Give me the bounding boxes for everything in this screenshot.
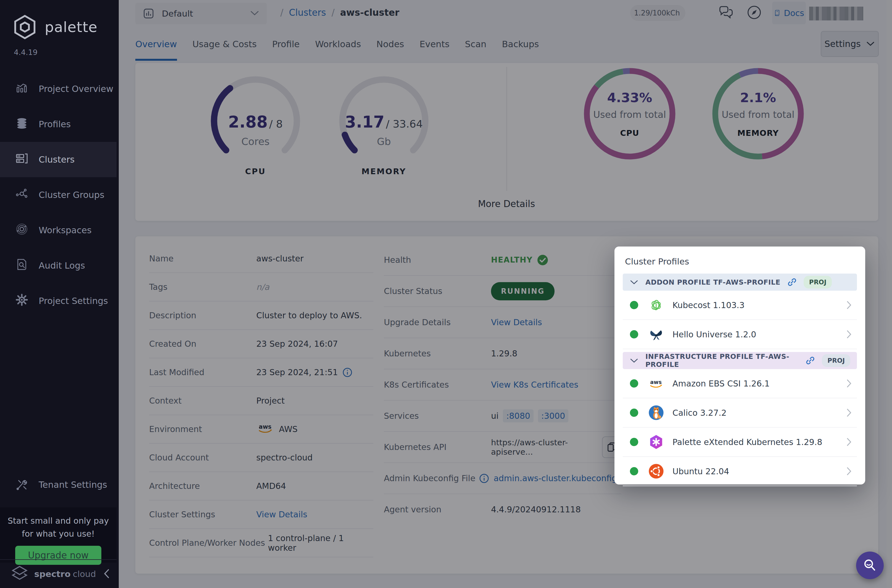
promo-line-1: Start small and only pay — [0, 514, 117, 528]
promo-line-2: for what you use! — [0, 528, 117, 540]
profile-pack-item[interactable]: Calico 3.27.2 — [623, 398, 857, 428]
pack-name: Calico 3.27.2 — [673, 408, 727, 418]
status-dot — [630, 301, 638, 309]
brand-name: palette — [45, 19, 98, 35]
sidebar-item-label: Project Overview — [39, 84, 113, 94]
pack-name: Hello Universe 1.2.0 — [673, 330, 756, 339]
chevron-right-icon — [846, 378, 852, 388]
cluster-profiles-panel: Cluster Profiles ADDON PROFILE TF-AWS-PR… — [614, 246, 865, 484]
sidebar-item-label: Tenant Settings — [39, 480, 107, 490]
ubuntu-logo-icon — [648, 463, 664, 479]
sidebar-item-label: Workspaces — [39, 225, 92, 236]
calico-logo-icon — [648, 405, 664, 421]
status-dot — [630, 438, 638, 446]
profile-pack-item[interactable]: Ubuntu 22.04 — [623, 457, 857, 486]
sidebar-item-tenant-settings[interactable]: Tenant Settings — [0, 467, 132, 502]
status-dot — [630, 409, 638, 417]
sidebar-item-label: Project Settings — [39, 296, 108, 306]
profile-section-header[interactable]: INFRASTRUCTURE PROFILE TF-AWS-PROFILE PR… — [623, 352, 857, 369]
sidebar-nav: Project OverviewProfilesClustersCluster … — [0, 71, 117, 319]
chevron-right-icon — [846, 466, 852, 476]
palette-logo-icon — [12, 14, 38, 40]
sidebar-collapse-button[interactable] — [101, 568, 112, 580]
sidebar-item-label: Cluster Groups — [39, 190, 104, 200]
footer-brand: spectrocloud — [34, 569, 96, 579]
link-icon[interactable] — [787, 277, 797, 287]
chevron-right-icon — [846, 408, 852, 418]
pack-name: Kubecost 1.103.3 — [673, 300, 745, 310]
app-version: 4.4.19 — [0, 40, 119, 57]
sidebar-item-project-settings[interactable]: Project Settings — [0, 283, 117, 319]
link-icon[interactable] — [805, 356, 815, 366]
chevron-right-icon — [846, 329, 852, 339]
brand: palette — [0, 0, 119, 40]
sidebar-item-profiles[interactable]: Profiles — [0, 106, 117, 142]
panel-title: Cluster Profiles — [625, 256, 857, 266]
scope-badge: PROJ — [822, 354, 850, 367]
status-dot — [630, 330, 638, 339]
chevron-right-icon — [846, 437, 852, 447]
tools-icon — [15, 478, 28, 491]
chevron-right-icon — [846, 300, 852, 310]
search-icon — [862, 557, 878, 573]
footer-brand-bold: spectro — [34, 569, 71, 579]
profile-pack-item[interactable]: Kubecost 1.103.3 — [623, 291, 857, 320]
svg-text:aws: aws — [650, 379, 662, 385]
profile-pack-item[interactable]: Palette eXtended Kubernetes 1.29.8 — [623, 428, 857, 457]
sidebar-item-label: Profiles — [39, 119, 71, 129]
panel-sections: ADDON PROFILE TF-AWS-PROFILE PROJ Kubeco… — [623, 274, 857, 486]
cluster-groups-icon — [15, 188, 28, 202]
chevron-down-icon — [629, 279, 639, 285]
scope-badge: PROJ — [803, 276, 832, 288]
sidebar-item-label: Clusters — [39, 154, 75, 165]
project-overview-icon — [15, 81, 28, 96]
profile-section-name: INFRASTRUCTURE PROFILE TF-AWS-PROFILE — [646, 352, 799, 369]
status-dot — [630, 467, 638, 476]
sidebar-item-project-overview[interactable]: Project Overview — [0, 71, 117, 106]
profiles-icon — [15, 117, 28, 132]
kubecost-logo-icon — [648, 297, 664, 313]
profile-section-name: ADDON PROFILE TF-AWS-PROFILE — [646, 278, 781, 286]
sidebar-item-clusters[interactable]: Clusters — [0, 142, 117, 177]
upgrade-promo: Start small and only pay for what you us… — [0, 507, 117, 562]
palette-app: palette 4.4.19 Project OverviewProfilesC… — [0, 0, 892, 588]
status-dot — [630, 379, 638, 388]
search-fab-button[interactable] — [856, 552, 884, 579]
sidebar-item-cluster-groups[interactable]: Cluster Groups — [0, 177, 117, 213]
pxk-logo-icon — [648, 434, 664, 450]
sidebar-item-workspaces[interactable]: Workspaces — [0, 213, 117, 248]
sidebar-item-label: Audit Logs — [39, 260, 85, 271]
footer-brand-light: cloud — [73, 569, 96, 579]
profile-pack-item[interactable]: aws Amazon EBS CSI 1.26.1 — [623, 369, 857, 398]
sidebar: palette 4.4.19 Project OverviewProfilesC… — [0, 0, 119, 588]
gear-icon — [15, 294, 28, 308]
spectro-cloud-logo-icon — [11, 564, 29, 584]
aws-logo-icon: aws — [648, 375, 664, 392]
chevron-down-icon — [629, 358, 639, 363]
hello-universe-logo-icon — [648, 326, 664, 342]
pack-name: Palette eXtended Kubernetes 1.29.8 — [673, 437, 822, 447]
workspaces-icon — [15, 223, 28, 238]
sidebar-item-audit-logs[interactable]: Audit Logs — [0, 248, 117, 283]
clusters-icon — [15, 152, 28, 167]
audit-logs-icon — [15, 258, 28, 273]
pack-name: Amazon EBS CSI 1.26.1 — [673, 379, 770, 388]
pack-name: Ubuntu 22.04 — [673, 466, 729, 476]
profile-section-header[interactable]: ADDON PROFILE TF-AWS-PROFILE PROJ — [623, 274, 857, 291]
sidebar-footer: spectrocloud — [0, 559, 117, 588]
profile-pack-item[interactable]: Hello Universe 1.2.0 — [623, 320, 857, 349]
